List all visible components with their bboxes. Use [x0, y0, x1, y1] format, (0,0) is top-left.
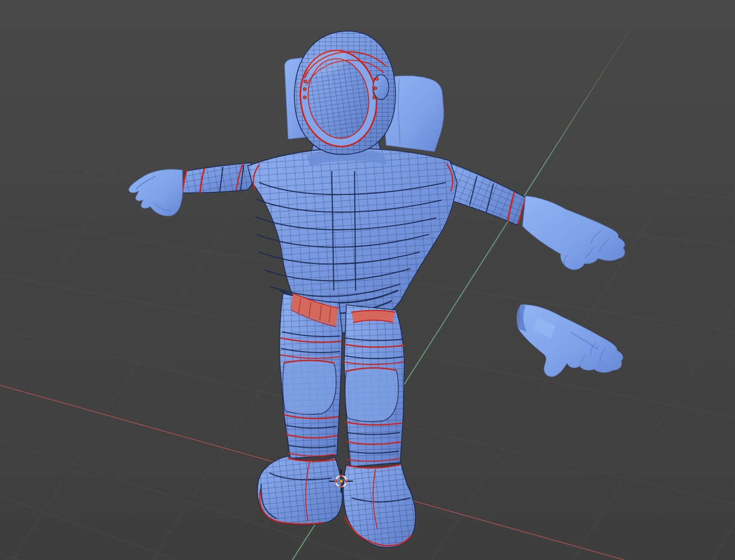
blender-3d-viewport[interactable] — [0, 0, 735, 560]
right-knee-plate — [345, 368, 398, 422]
left-knee-plate — [282, 360, 336, 414]
right-leg[interactable] — [343, 305, 404, 467]
left-leg[interactable] — [280, 293, 342, 458]
helmet[interactable] — [294, 31, 395, 155]
left-boot[interactable] — [258, 456, 343, 525]
